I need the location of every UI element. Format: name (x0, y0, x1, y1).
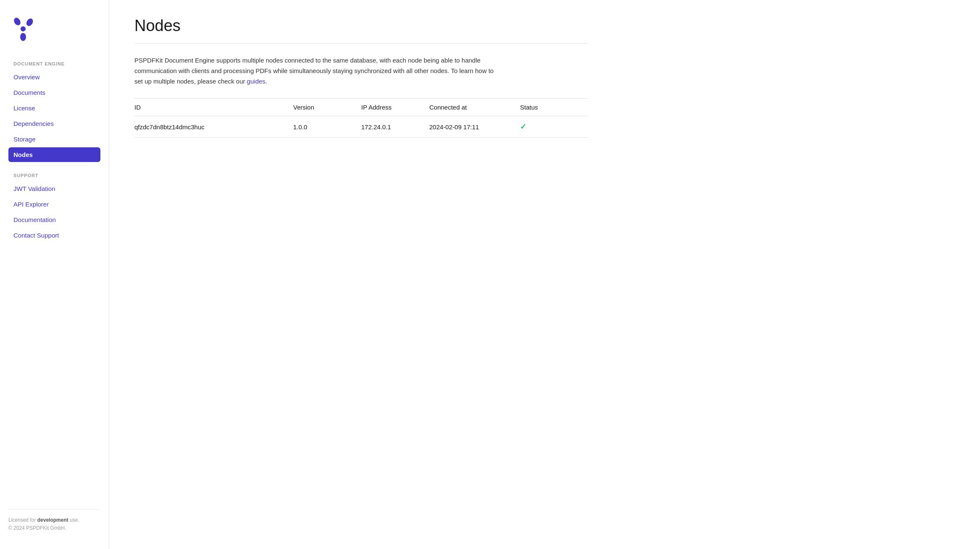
pspdfkit-logo-icon (8, 13, 38, 43)
table-header-row: ID Version IP Address Connected at Statu… (134, 99, 588, 116)
svg-point-2 (25, 17, 34, 27)
status-ok-icon: ✓ (520, 123, 526, 131)
sidebar-item-contact-support[interactable]: Contact Support (8, 228, 100, 243)
sidebar-item-storage[interactable]: Storage (8, 132, 100, 146)
sidebar-item-license[interactable]: License (8, 101, 100, 115)
col-header-id: ID (134, 99, 293, 116)
sidebar-item-documents[interactable]: Documents (8, 85, 100, 100)
main-content: Nodes PSPDFKit Document Engine supports … (109, 0, 613, 549)
cell-node-status: ✓ (520, 116, 588, 138)
sidebar-item-overview[interactable]: Overview (8, 70, 100, 84)
sidebar-item-documentation[interactable]: Documentation (8, 212, 100, 227)
logo-container (8, 10, 100, 48)
guides-link[interactable]: guides (247, 78, 265, 85)
sidebar-item-dependencies[interactable]: Dependencies (8, 116, 100, 131)
table-row: qfzdc7dn8btz14dmc3huc 1.0.0 172.24.0.1 2… (134, 116, 588, 138)
svg-point-0 (21, 26, 26, 31)
page-title: Nodes (134, 17, 588, 35)
document-engine-nav: DOCUMENT ENGINE Overview Documents Licen… (8, 61, 100, 163)
col-header-status: Status (520, 99, 588, 116)
sidebar-footer: Licensed for development use. © 2024 PSP… (8, 509, 100, 539)
document-engine-section-label: DOCUMENT ENGINE (8, 61, 100, 66)
nodes-table: ID Version IP Address Connected at Statu… (134, 99, 588, 138)
support-nav: SUPPORT JWT Validation API Explorer Docu… (8, 173, 100, 243)
cell-node-ip: 172.24.0.1 (361, 116, 429, 138)
footer-license-text: Licensed for development use. (8, 516, 100, 524)
svg-point-3 (20, 33, 26, 41)
page-description: PSPDFKit Document Engine supports multip… (134, 55, 496, 86)
col-header-connected-at: Connected at (429, 99, 520, 116)
sidebar-item-nodes[interactable]: Nodes (8, 147, 100, 162)
svg-point-1 (13, 16, 22, 26)
support-section-label: SUPPORT (8, 173, 100, 178)
sidebar-item-api-explorer[interactable]: API Explorer (8, 197, 100, 212)
cell-node-connected-at: 2024-02-09 17:11 (429, 116, 520, 138)
sidebar-item-jwt-validation[interactable]: JWT Validation (8, 181, 100, 196)
sidebar: DOCUMENT ENGINE Overview Documents Licen… (0, 0, 109, 549)
title-divider (134, 43, 588, 44)
footer-copyright: © 2024 PSPDFKit GmbH. (8, 524, 100, 532)
cell-node-version: 1.0.0 (293, 116, 361, 138)
col-header-version: Version (293, 99, 361, 116)
cell-node-id: qfzdc7dn8btz14dmc3huc (134, 116, 293, 138)
col-header-ip-address: IP Address (361, 99, 429, 116)
